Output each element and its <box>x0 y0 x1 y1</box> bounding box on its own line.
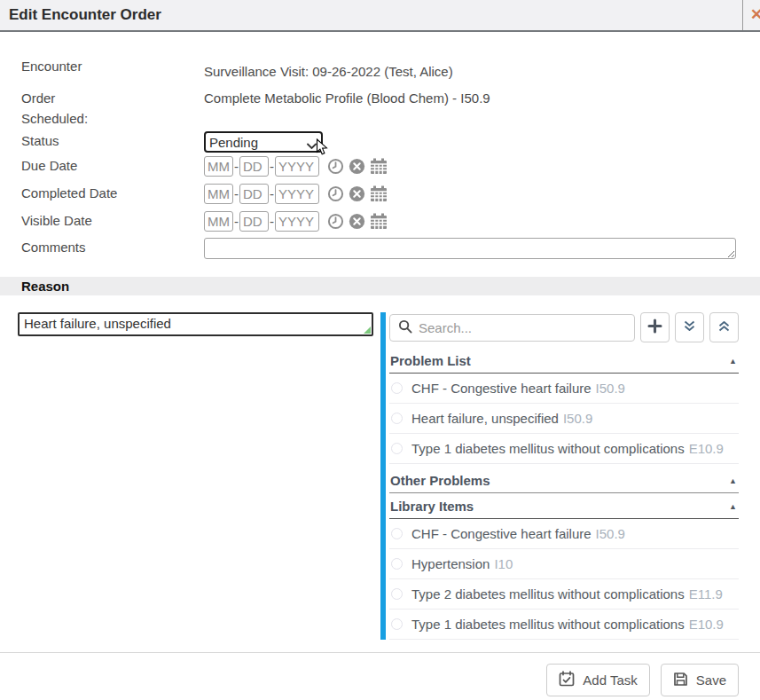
calendar-icon[interactable] <box>370 158 388 175</box>
radio-icon[interactable] <box>391 528 403 539</box>
problem-item[interactable]: CHF - Congestive heart failure I50.9 <box>389 519 739 549</box>
due-date-label: Due Date <box>21 156 204 173</box>
visible-date-month-input[interactable] <box>204 211 233 232</box>
section-header-other-problems[interactable]: Other Problems ▲ <box>389 468 739 493</box>
save-floppy-icon <box>673 672 688 689</box>
add-reason-button[interactable] <box>640 312 670 342</box>
completed-date-row: Completed Date - - <box>21 184 739 207</box>
completed-date-year-input[interactable] <box>275 184 319 204</box>
calendar-icon[interactable] <box>370 213 388 230</box>
add-task-button[interactable]: Add Task <box>546 664 649 696</box>
visible-date-inputs: - - <box>204 211 388 232</box>
visible-date-day-input[interactable] <box>239 211 269 232</box>
calendar-icon[interactable] <box>370 185 388 202</box>
collapse-caret-icon: ▲ <box>729 357 737 366</box>
problem-item[interactable]: Type 1 diabetes mellitus without complic… <box>389 434 739 464</box>
close-icon[interactable]: ✕ <box>750 5 760 25</box>
search-box[interactable] <box>389 314 635 342</box>
reason-body: Heart failure, unspecified <box>0 295 760 640</box>
due-date-day-input[interactable] <box>239 156 269 177</box>
radio-icon[interactable] <box>391 588 403 600</box>
reason-textarea[interactable]: Heart failure, unspecified <box>18 312 373 336</box>
problem-code: E11.9 <box>689 586 723 602</box>
status-label: Status <box>21 131 204 148</box>
status-select[interactable]: Pending <box>204 131 323 153</box>
problem-code: I50.9 <box>563 411 592 426</box>
clock-icon[interactable] <box>327 158 344 175</box>
collapse-caret-icon: ▲ <box>729 476 737 485</box>
status-row: Status Pending <box>21 131 739 153</box>
problem-text: Heart failure, unspecified <box>411 411 559 426</box>
collapse-all-button[interactable] <box>709 312 739 342</box>
problem-code: I50.9 <box>596 381 625 396</box>
comments-textarea[interactable] <box>204 238 736 259</box>
radio-icon[interactable] <box>391 558 403 570</box>
problem-item[interactable]: Type 2 diabetes mellitus without complic… <box>389 579 739 610</box>
problem-text: CHF - Congestive heart failure <box>411 381 592 396</box>
save-button[interactable]: Save <box>661 664 739 696</box>
reason-picker-panel: Problem List ▲ CHF - Congestive heart fa… <box>389 312 739 640</box>
date-separator: - <box>270 186 274 201</box>
date-separator: - <box>270 159 274 174</box>
due-date-row: Due Date - - <box>21 156 739 179</box>
radio-icon[interactable] <box>391 382 403 394</box>
status-select-wrap: Pending <box>204 131 323 153</box>
clock-icon[interactable] <box>327 185 344 202</box>
problem-text: Type 2 diabetes mellitus without complic… <box>411 586 685 602</box>
double-chevron-up-icon <box>717 319 731 335</box>
problem-item[interactable]: CHF - Congestive heart failure I50.9 <box>389 374 739 404</box>
section-title: Library Items <box>390 499 474 514</box>
visible-date-row: Visible Date - - <box>21 211 739 234</box>
due-date-month-input[interactable] <box>204 156 233 177</box>
radio-icon[interactable] <box>391 413 403 424</box>
scheduled-row: Scheduled: <box>21 109 739 126</box>
clear-date-icon[interactable] <box>349 213 365 230</box>
problem-text: Type 1 diabetes mellitus without complic… <box>411 617 685 632</box>
section-header-library-items[interactable]: Library Items ▲ <box>389 493 739 519</box>
completed-date-label: Completed Date <box>21 184 204 201</box>
save-label: Save <box>696 672 726 688</box>
problem-code: E10.9 <box>689 617 724 632</box>
date-separator: - <box>234 159 239 174</box>
radio-icon[interactable] <box>391 618 403 630</box>
visible-date-label: Visible Date <box>21 211 204 228</box>
clear-date-icon[interactable] <box>349 158 365 175</box>
completed-date-month-input[interactable] <box>204 184 233 204</box>
dialog-header: Edit Encounter Order ✕ <box>0 0 760 32</box>
order-form: Encounter Surveillance Visit: 09-26-2022… <box>0 32 760 263</box>
problem-code: I10 <box>494 556 513 571</box>
collapse-caret-icon: ▲ <box>729 502 737 511</box>
problem-item[interactable]: Type 1 diabetes mellitus without complic… <box>389 610 739 640</box>
clear-date-icon[interactable] <box>349 185 365 202</box>
problem-item[interactable]: Hypertension I10 <box>389 549 739 579</box>
plus-icon <box>647 319 662 336</box>
radio-icon[interactable] <box>391 443 403 454</box>
footer: Add Task Save <box>0 653 760 696</box>
calendar-check-icon <box>559 671 575 689</box>
section-header-problem-list[interactable]: Problem List ▲ <box>389 348 739 374</box>
scheduled-label: Scheduled: <box>21 109 204 126</box>
search-icon <box>398 319 412 336</box>
problem-text: Type 1 diabetes mellitus without complic… <box>411 441 685 456</box>
visible-date-year-input[interactable] <box>275 211 319 232</box>
problem-text: CHF - Congestive heart failure <box>411 526 592 541</box>
clock-icon[interactable] <box>327 213 344 230</box>
completed-date-icons <box>327 185 388 202</box>
expand-all-button[interactable] <box>675 312 704 342</box>
completed-date-day-input[interactable] <box>239 184 269 204</box>
completed-date-inputs: - - <box>204 184 388 204</box>
add-task-label: Add Task <box>583 672 637 688</box>
due-date-icons <box>327 158 388 175</box>
header-divider <box>742 0 743 30</box>
due-date-year-input[interactable] <box>275 156 319 177</box>
reason-selected-column: Heart failure, unspecified <box>18 312 377 640</box>
problem-item[interactable]: Heart failure, unspecified I50.9 <box>389 404 739 434</box>
date-separator: - <box>270 214 274 229</box>
visible-date-icons <box>327 213 388 230</box>
date-separator: - <box>234 214 239 229</box>
encounter-label: Encounter <box>21 57 204 74</box>
search-row <box>389 312 739 342</box>
problem-code: E10.9 <box>689 441 724 456</box>
search-input[interactable] <box>419 320 626 335</box>
order-value: Complete Metabolic Profile (Blood Chem) … <box>204 89 490 106</box>
